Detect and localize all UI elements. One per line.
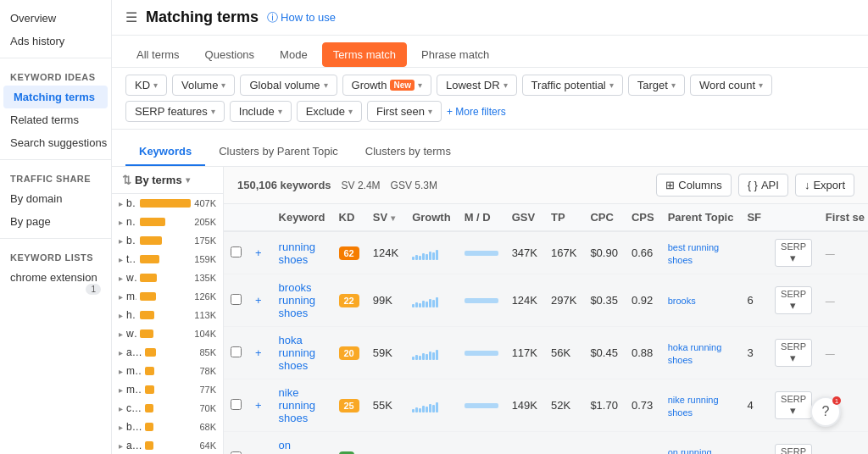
- sidebar-item-ads-history[interactable]: Ads history: [0, 30, 111, 53]
- term-item[interactable]: ▸ brooks 175K: [112, 231, 223, 250]
- term-count: 113K: [194, 310, 216, 320]
- parent-topic-link[interactable]: brooks: [668, 296, 696, 306]
- filter-lowest-dr[interactable]: Lowest DR▾: [437, 75, 517, 96]
- term-item[interactable]: ▸ men's 77K: [112, 380, 223, 399]
- row-checkbox[interactable]: [231, 294, 242, 305]
- row-add-cell: +: [248, 379, 272, 432]
- trend-bar: [436, 402, 438, 412]
- tab-terms-match[interactable]: Terms match: [322, 42, 407, 67]
- api-icon: { }: [748, 179, 758, 191]
- row-md-cell: [458, 379, 505, 432]
- filter-word-count[interactable]: Word count▾: [690, 75, 772, 96]
- row-tp-cell: 600: [544, 432, 583, 455]
- keyword-link[interactable]: running shoes: [279, 241, 315, 266]
- row-sv-cell: 59K: [366, 327, 405, 379]
- filter-serp-features[interactable]: SERP features▾: [125, 101, 225, 122]
- keyword-link[interactable]: nike running shoes: [279, 386, 315, 424]
- sub-tab-clusters-terms[interactable]: Clusters by terms: [352, 138, 465, 166]
- help-button[interactable]: ? 1: [810, 396, 841, 427]
- serp-button[interactable]: SERP ▾: [775, 286, 812, 314]
- parent-topic-link[interactable]: hoka running shoes: [668, 342, 722, 365]
- tab-questions[interactable]: Questions: [194, 42, 266, 67]
- export-button[interactable]: ↓ Export: [795, 174, 854, 197]
- hamburger-icon[interactable]: ☰: [125, 9, 137, 25]
- parent-topic-link[interactable]: on running sneakers: [668, 447, 712, 455]
- how-to-use-link[interactable]: ⓘ How to use: [267, 10, 336, 25]
- trend-bar: [429, 299, 431, 307]
- term-item[interactable]: ▸ best 407K: [112, 194, 223, 213]
- add-icon[interactable]: +: [255, 246, 262, 259]
- term-item[interactable]: ▸ trail 159K: [112, 250, 223, 269]
- keyword-link[interactable]: brooks running shoes: [279, 281, 315, 319]
- sidebar-item-by-page[interactable]: By page: [0, 210, 111, 233]
- gsv-meta: GSV 5.3M: [391, 180, 437, 191]
- col-cpc: CPC: [583, 204, 625, 231]
- term-item[interactable]: ▸ men 126K: [112, 287, 223, 306]
- filter-exclude[interactable]: Exclude▾: [297, 101, 362, 122]
- filter-volume[interactable]: Volume▾: [172, 75, 235, 96]
- serp-button[interactable]: SERP ▾: [775, 391, 812, 419]
- term-item[interactable]: ▸ balance 68K: [112, 418, 223, 436]
- total-keywords: 150,106 keywords: [237, 179, 331, 191]
- sidebar-item-chrome-extension[interactable]: chrome extension 1: [0, 266, 111, 300]
- term-label: asics: [126, 346, 142, 358]
- api-button[interactable]: { } API: [738, 174, 788, 197]
- term-item[interactable]: ▸ women's 104K: [112, 324, 223, 343]
- trend-bar: [426, 254, 428, 260]
- add-icon[interactable]: +: [255, 294, 262, 307]
- term-bar: [140, 311, 154, 319]
- term-arrow-icon: ▸: [119, 385, 123, 395]
- filter-global-volume[interactable]: Global volume▾: [240, 75, 337, 96]
- row-add-cell: +: [248, 327, 272, 379]
- term-bar: [145, 385, 154, 394]
- row-checkbox[interactable]: [231, 451, 242, 455]
- by-terms-label[interactable]: By terms: [135, 174, 182, 186]
- tab-phrase-match[interactable]: Phrase match: [410, 42, 500, 67]
- sidebar-item-related-terms[interactable]: Related terms: [0, 108, 111, 131]
- chevron-icon: ▾: [609, 80, 614, 90]
- term-item[interactable]: ▸ cloud 70K: [112, 399, 223, 418]
- term-item[interactable]: ▸ hoka 113K: [112, 306, 223, 324]
- filter-target[interactable]: Target▾: [628, 75, 685, 96]
- sidebar-item-search-suggestions[interactable]: Search suggestions: [0, 131, 111, 154]
- keyword-link[interactable]: on running shoes: [279, 439, 315, 454]
- term-item[interactable]: ▸ mens 78K: [112, 362, 223, 380]
- term-bar-container: [140, 309, 191, 321]
- serp-button[interactable]: SERP ▾: [775, 239, 812, 267]
- sort-icon: ⇅: [122, 174, 131, 186]
- trend-bar: [419, 256, 421, 260]
- filter-include[interactable]: Include▾: [230, 101, 292, 122]
- add-icon[interactable]: +: [255, 399, 262, 412]
- parent-topic-link[interactable]: nike running shoes: [668, 395, 719, 418]
- trend-bar: [429, 352, 431, 360]
- row-checkbox[interactable]: [231, 346, 242, 357]
- term-item[interactable]: ▸ nike 205K: [112, 213, 223, 231]
- row-gsv-cell: 124K: [505, 274, 544, 327]
- sidebar-item-overview[interactable]: Overview: [0, 7, 111, 30]
- row-checkbox[interactable]: [231, 399, 242, 410]
- filter-kd[interactable]: KD▾: [125, 75, 167, 96]
- term-arrow-icon: ▸: [119, 292, 123, 302]
- term-item[interactable]: ▸ women 135K: [112, 269, 223, 287]
- keyword-link[interactable]: hoka running shoes: [279, 334, 315, 372]
- tab-mode[interactable]: Mode: [269, 42, 319, 67]
- filter-traffic-potential[interactable]: Traffic potential▾: [522, 75, 623, 96]
- sub-tab-keywords[interactable]: Keywords: [125, 138, 205, 166]
- table-row: + nike running shoes 25 55K 149K 52K $1.…: [224, 379, 868, 432]
- columns-button[interactable]: ⊞ Columns: [656, 174, 731, 197]
- more-filters-link[interactable]: + More filters: [447, 106, 506, 118]
- tab-all-terms[interactable]: All terms: [125, 42, 191, 67]
- serp-button[interactable]: SERP ▾: [775, 444, 812, 454]
- serp-button[interactable]: SERP ▾: [775, 339, 812, 367]
- sidebar-item-by-domain[interactable]: By domain: [0, 187, 111, 210]
- filter-first-seen[interactable]: First seen▾: [367, 101, 442, 122]
- filter-growth[interactable]: Growth New▾: [342, 75, 431, 96]
- term-item[interactable]: ▸ asics 85K: [112, 343, 223, 362]
- term-count: 77K: [199, 385, 216, 395]
- sub-tab-clusters-parent[interactable]: Clusters by Parent Topic: [205, 138, 352, 166]
- parent-topic-link[interactable]: best running shoes: [668, 242, 720, 265]
- row-checkbox[interactable]: [231, 246, 242, 257]
- add-icon[interactable]: +: [255, 346, 262, 359]
- sidebar-item-matching-terms[interactable]: Matching terms: [3, 86, 108, 108]
- term-item[interactable]: ▸ adidas 64K: [112, 436, 223, 454]
